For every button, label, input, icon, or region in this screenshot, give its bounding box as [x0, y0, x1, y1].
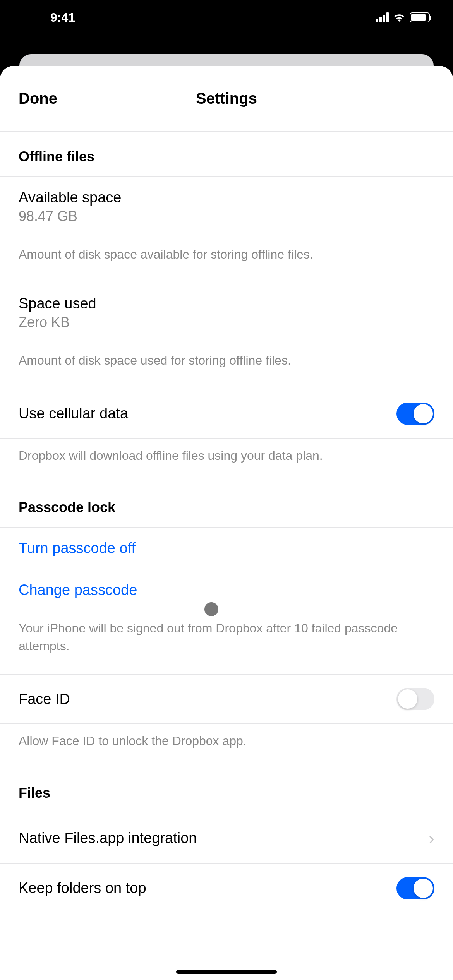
- status-time: 9:41: [50, 10, 75, 25]
- row-native-files-integration[interactable]: Native Files.app integration ›: [0, 813, 453, 863]
- row-change-passcode[interactable]: Change passcode: [0, 569, 453, 611]
- home-indicator[interactable]: [176, 970, 277, 974]
- settings-content[interactable]: Offline files Available space 98.47 GB A…: [0, 132, 453, 913]
- wifi-icon: [393, 13, 405, 22]
- row-available-space: Available space 98.47 GB: [0, 176, 453, 237]
- face-id-label: Face ID: [19, 691, 70, 708]
- cursor-indicator: [204, 602, 218, 616]
- chevron-right-icon: ›: [429, 829, 434, 848]
- space-used-footer: Amount of disk space used for storing of…: [0, 343, 453, 389]
- done-button[interactable]: Done: [19, 90, 57, 107]
- native-files-label: Native Files.app integration: [19, 830, 197, 846]
- page-title: Settings: [196, 90, 257, 107]
- row-face-id[interactable]: Face ID: [0, 674, 453, 723]
- settings-sheet: Done Settings Offline files Available sp…: [0, 66, 453, 980]
- section-header-offline: Offline files: [0, 132, 453, 176]
- row-turn-passcode-off[interactable]: Turn passcode off: [0, 527, 453, 569]
- use-cellular-toggle[interactable]: [396, 403, 434, 425]
- section-header-passcode: Passcode lock: [0, 484, 453, 527]
- status-bar: 9:41: [0, 0, 453, 35]
- use-cellular-label: Use cellular data: [19, 405, 128, 422]
- space-used-value: Zero KB: [19, 314, 96, 331]
- turn-passcode-off-link[interactable]: Turn passcode off: [19, 540, 136, 557]
- passcode-footer: Your iPhone will be signed out from Drop…: [0, 611, 453, 674]
- keep-folders-toggle[interactable]: [396, 877, 434, 899]
- use-cellular-footer: Dropbox will download offline files usin…: [0, 438, 453, 484]
- change-passcode-link[interactable]: Change passcode: [19, 582, 137, 598]
- row-use-cellular[interactable]: Use cellular data: [0, 389, 453, 438]
- cellular-signal-icon: [376, 12, 389, 22]
- section-header-files: Files: [0, 769, 453, 813]
- available-space-value: 98.47 GB: [19, 208, 121, 224]
- row-space-used: Space used Zero KB: [0, 283, 453, 343]
- keep-folders-label: Keep folders on top: [19, 880, 146, 896]
- nav-bar: Done Settings: [0, 66, 453, 132]
- row-keep-folders-on-top[interactable]: Keep folders on top: [0, 863, 453, 913]
- battery-icon: [410, 12, 430, 22]
- available-space-label: Available space: [19, 189, 121, 206]
- face-id-footer: Allow Face ID to unlock the Dropbox app.: [0, 723, 453, 769]
- face-id-toggle[interactable]: [396, 688, 434, 710]
- available-space-footer: Amount of disk space available for stori…: [0, 237, 453, 283]
- space-used-label: Space used: [19, 295, 96, 312]
- status-indicators: [376, 12, 430, 22]
